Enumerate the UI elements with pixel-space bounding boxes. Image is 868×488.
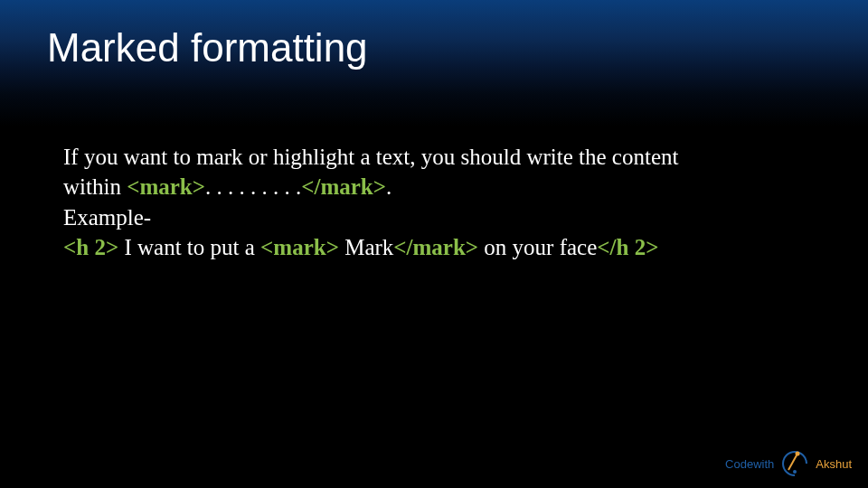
brand-name: Akshut bbox=[816, 457, 852, 471]
svg-point-1 bbox=[793, 470, 797, 474]
mark-open-tag: <mark> bbox=[127, 174, 205, 199]
line2-prefix: within bbox=[63, 174, 127, 199]
mark-close-tag: </mark> bbox=[301, 174, 386, 199]
brand-logo-icon bbox=[779, 448, 810, 479]
line2-dots: . . . . . . . . . bbox=[205, 174, 301, 199]
example-label: Example- bbox=[63, 203, 814, 231]
body-line-2: within <mark>. . . . . . . . .</mark>. bbox=[63, 173, 814, 201]
mark-close-tag-2: </mark> bbox=[393, 235, 478, 259]
brand-prefix: Codewith bbox=[725, 457, 774, 471]
mark-open-tag-2: <mark> bbox=[260, 235, 339, 259]
slide-title: Marked formatting bbox=[47, 25, 868, 70]
example-text-2: Mark bbox=[339, 235, 393, 259]
example-text-1: I want to put a bbox=[118, 235, 260, 259]
body-line-1: If you want to mark or highlight a text,… bbox=[63, 143, 814, 171]
example-text-3: on your face bbox=[478, 235, 597, 259]
slide: Marked formatting If you want to mark or… bbox=[0, 0, 868, 488]
example-code-line: <h 2> I want to put a <mark> Mark</mark>… bbox=[63, 233, 814, 261]
svg-point-0 bbox=[796, 452, 800, 456]
slide-body: If you want to mark or highlight a text,… bbox=[0, 127, 868, 261]
h2-close-tag: </h 2> bbox=[597, 235, 658, 259]
brand-footer: Codewith Akshut bbox=[725, 448, 852, 479]
title-band: Marked formatting bbox=[0, 0, 868, 127]
h2-open-tag: <h 2> bbox=[63, 235, 118, 259]
line2-suffix: . bbox=[386, 174, 392, 199]
